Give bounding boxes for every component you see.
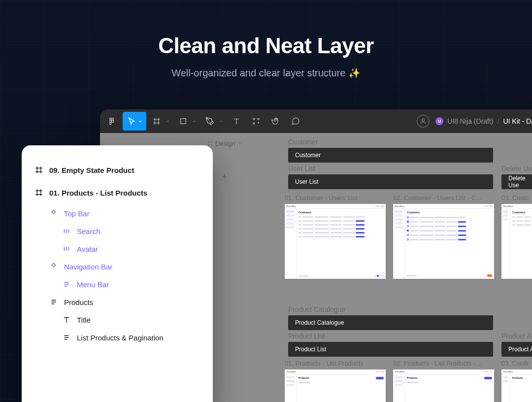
frame-icon bbox=[34, 188, 43, 197]
layer-label: Top Bar bbox=[64, 209, 90, 218]
file-owner-label[interactable]: UI8 Nija (Draft) bbox=[447, 117, 493, 125]
svg-rect-1 bbox=[110, 120, 111, 123]
layer-component-navbar[interactable]: Navigation Bar bbox=[22, 258, 213, 275]
section-bar[interactable]: Product Catalogue bbox=[288, 315, 493, 330]
frame-icon bbox=[34, 166, 43, 174]
move-tool-icon[interactable] bbox=[123, 112, 146, 131]
svg-rect-0 bbox=[110, 118, 111, 120]
autolayout-vertical-icon bbox=[49, 298, 58, 306]
layer-instance-menubar[interactable]: Menu Bar bbox=[22, 275, 213, 293]
svg-point-8 bbox=[253, 123, 255, 124]
mini-title: Products bbox=[299, 376, 309, 379]
svg-point-13 bbox=[211, 144, 212, 145]
svg-point-11 bbox=[211, 141, 212, 142]
mini-brand-label: BrandHere bbox=[503, 205, 513, 207]
figma-menu-icon[interactable] bbox=[103, 112, 122, 131]
file-owner-avatar-icon: U bbox=[435, 117, 443, 125]
layer-label: Title bbox=[77, 316, 91, 324]
artboard-thumbnail[interactable]: BrandHere Products bbox=[393, 369, 494, 402]
artboard-thumbnail[interactable]: BrandHere Customers bbox=[393, 204, 494, 279]
text-icon bbox=[62, 315, 71, 324]
svg-point-12 bbox=[208, 144, 209, 145]
layer-frame-empty-state[interactable]: 09. Empty State Product bbox=[22, 161, 213, 179]
svg-rect-2 bbox=[110, 122, 111, 125]
svg-point-4 bbox=[112, 120, 114, 123]
section-bar[interactable]: Product List bbox=[288, 342, 493, 357]
mini-title: Customers bbox=[299, 211, 311, 214]
section-bar[interactable]: Delete Use bbox=[501, 174, 532, 189]
frame-title[interactable]: 01. Customer - Users List bbox=[285, 194, 357, 201]
frame-title[interactable]: 03. Confir bbox=[501, 360, 529, 367]
autolayout-horizontal-icon bbox=[62, 227, 71, 235]
layer-text-title[interactable]: Title bbox=[22, 311, 213, 329]
mini-brand-label: BrandHere bbox=[287, 370, 296, 373]
svg-point-7 bbox=[258, 118, 259, 120]
layer-label: Avatar bbox=[77, 245, 98, 253]
section-label: Product A bbox=[501, 332, 532, 340]
hero-title: Clean and Neat Layer bbox=[0, 34, 532, 58]
hand-tool-icon[interactable] bbox=[266, 112, 285, 131]
layer-instance-search[interactable]: Search bbox=[22, 222, 213, 240]
section-bar[interactable]: Customer bbox=[288, 148, 493, 163]
text-tool-icon[interactable] bbox=[227, 112, 246, 131]
shape-tool-icon[interactable] bbox=[174, 112, 193, 131]
component-icon bbox=[49, 262, 58, 271]
component-icon bbox=[49, 209, 58, 218]
layer-group-list[interactable]: List Products & Pagination bbox=[22, 329, 213, 346]
frame-title[interactable]: 02. Products - List Products - ... bbox=[393, 360, 483, 367]
frame-tool-icon[interactable] bbox=[147, 112, 166, 131]
mini-title: Products bbox=[512, 376, 523, 379]
section-label: User List bbox=[288, 165, 315, 172]
svg-rect-3 bbox=[112, 118, 113, 120]
layer-label: Menu Bar bbox=[77, 280, 109, 289]
layer-component-topbar[interactable]: Top Bar bbox=[22, 204, 213, 222]
svg-rect-5 bbox=[181, 119, 186, 124]
layer-label: Products bbox=[64, 298, 93, 306]
mini-brand-label: BrandHere bbox=[395, 205, 404, 207]
layer-instance-avatar[interactable]: Avatar bbox=[22, 240, 213, 258]
frame-title[interactable]: 02. Customer - Users List - C... bbox=[393, 194, 481, 201]
artboard-thumbnail[interactable]: BrandHere Products bbox=[285, 369, 386, 402]
frame-title[interactable]: 03. Custo bbox=[501, 194, 529, 201]
layer-label: Navigation Bar bbox=[64, 263, 112, 271]
layer-frame-products[interactable]: 01. Products - List Products bbox=[22, 184, 213, 201]
layers-panel: 09. Empty State Product 01. Products - L… bbox=[22, 145, 213, 402]
autolayout-vertical-icon bbox=[62, 333, 71, 342]
layer-label: List Products & Pagination bbox=[77, 334, 164, 342]
artboard-thumbnail[interactable]: BrandHere Customers bbox=[501, 204, 532, 279]
section-label: Product List bbox=[288, 332, 325, 340]
file-name-label[interactable]: UI Kit - Das bbox=[503, 117, 532, 125]
artboard-thumbnail[interactable]: BrandHere Products bbox=[501, 369, 532, 402]
comment-tool-icon[interactable] bbox=[286, 112, 305, 131]
mini-title: Products bbox=[407, 376, 418, 379]
autolayout-vertical-icon bbox=[62, 280, 71, 289]
artboard-thumbnail[interactable]: BrandHere Customers bbox=[285, 204, 386, 279]
mini-brand-label: BrandHere bbox=[503, 370, 513, 373]
frame-title[interactable]: 01. Products - List Products bbox=[285, 360, 364, 367]
section-bar[interactable]: Product A bbox=[501, 342, 532, 357]
section-bar[interactable]: User List bbox=[288, 174, 493, 189]
pen-tool-icon[interactable] bbox=[200, 112, 219, 131]
hero-subtitle: Well-organized and clear layer structure… bbox=[0, 67, 532, 79]
section-label: Customer bbox=[288, 138, 318, 146]
mini-brand-label: BrandHere bbox=[287, 205, 296, 207]
layer-label: Search bbox=[77, 227, 100, 235]
user-avatar-icon[interactable] bbox=[417, 115, 430, 128]
figma-toolbar: U UI8 Nija (Draft) / UI Kit - Das bbox=[100, 109, 532, 133]
mini-title: Customers bbox=[512, 211, 525, 214]
mini-brand-label: BrandHere bbox=[395, 370, 404, 373]
design-tab[interactable]: Design bbox=[207, 140, 242, 147]
section-label: Delete Us bbox=[501, 165, 532, 172]
layer-group-products[interactable]: Products bbox=[22, 293, 213, 311]
svg-point-9 bbox=[422, 119, 425, 121]
section-label: Product Catalogue bbox=[288, 305, 345, 313]
svg-point-6 bbox=[253, 118, 255, 120]
layer-label: 09. Empty State Product bbox=[49, 166, 134, 174]
breadcrumb-separator: / bbox=[498, 117, 499, 125]
resources-icon[interactable] bbox=[247, 112, 266, 131]
layer-label: 01. Products - List Products bbox=[49, 189, 147, 197]
mini-title: Customers bbox=[407, 211, 420, 214]
design-tab-label: Design bbox=[215, 140, 235, 147]
add-page-button[interactable]: + bbox=[219, 171, 230, 182]
autolayout-horizontal-icon bbox=[62, 244, 71, 253]
